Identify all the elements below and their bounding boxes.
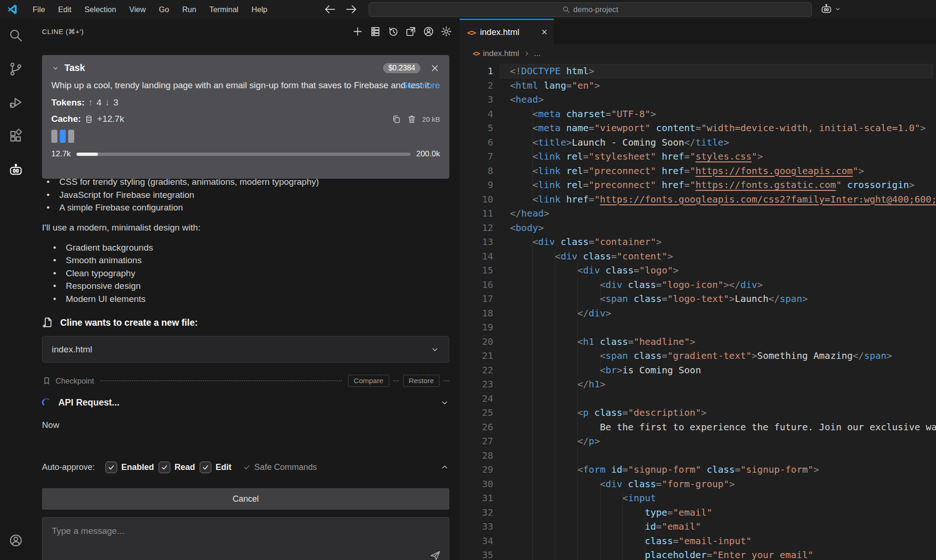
code-line-24[interactable]: 24 — [460, 392, 936, 406]
code-line-35[interactable]: 35 placeholder="Enter your email" — [460, 548, 936, 560]
code-line-3[interactable]: 3<head> — [460, 92, 936, 107]
code-line-22[interactable]: 22 <br>is Coming Soon — [460, 363, 936, 378]
activity-item-debug[interactable] — [0, 86, 32, 119]
menu-help[interactable]: Help — [245, 0, 274, 19]
code-line-17[interactable]: 17 <span class="logo-text">Launch</span> — [460, 292, 936, 306]
menu-edit[interactable]: Edit — [52, 0, 78, 19]
code-line-28[interactable]: 28 — [460, 448, 936, 463]
code-line-11[interactable]: 11</head> — [460, 206, 936, 221]
code-line-5[interactable]: 5 <meta name="viewport" content="width=d… — [460, 121, 936, 135]
code-line-31[interactable]: 31 <input — [460, 491, 936, 505]
copy-icon[interactable] — [391, 114, 401, 124]
activity-item-git-branch[interactable] — [0, 52, 32, 86]
task-close-icon[interactable] — [430, 63, 440, 73]
code-line-21[interactable]: 21 <span class="gradient-text">Something… — [460, 349, 936, 363]
cancel-button[interactable]: Cancel — [42, 488, 449, 510]
code-line-29[interactable]: 29 <form id="signup-form" class="signup-… — [460, 462, 936, 477]
code-line-8[interactable]: 8 <link rel="preconnect" href="https://f… — [460, 164, 936, 178]
activity-bar — [0, 19, 32, 560]
see-more-link[interactable]: See more — [402, 79, 440, 91]
checkbox-checked[interactable] — [159, 462, 170, 473]
auto-approve-option-read[interactable]: Read — [159, 462, 195, 473]
context-block-gray — [51, 130, 57, 143]
auto-approve-option-edit[interactable]: Edit — [200, 462, 231, 473]
context-progressbar — [77, 153, 411, 156]
history-icon[interactable] — [387, 26, 399, 37]
code-line-34[interactable]: 34 class="email-input" — [460, 534, 936, 548]
task-collapse-chevron-icon[interactable] — [51, 64, 60, 72]
chevron-down-icon[interactable] — [440, 398, 449, 407]
send-icon[interactable] — [429, 549, 441, 560]
nav-forward-icon[interactable] — [344, 3, 358, 16]
account-icon[interactable] — [423, 26, 434, 37]
copilot-icon[interactable] — [820, 3, 832, 15]
menu-run[interactable]: Run — [175, 0, 203, 19]
menu-go[interactable]: Go — [152, 0, 175, 19]
code-line-10[interactable]: 10 <link href="https://fonts.googleapis.… — [460, 192, 936, 207]
nav-back-icon[interactable] — [323, 3, 337, 16]
code-line-25[interactable]: 25 <p class="description"> — [460, 406, 936, 420]
code-line-33[interactable]: 33 id="email" — [460, 519, 936, 534]
code-line-16[interactable]: 16 <div class="logo-icon"></div> — [460, 278, 936, 292]
code-line-15[interactable]: 15 <div class="logo"> — [460, 263, 936, 278]
tab-bar: <> index.html × — [460, 19, 936, 44]
menu-view[interactable]: View — [123, 0, 152, 19]
restore-button[interactable]: Restore — [403, 375, 440, 387]
context-blocks — [51, 130, 440, 143]
activity-item-search[interactable] — [0, 19, 32, 52]
code-line-4[interactable]: 4 <meta charset="UTF-8"> — [460, 107, 936, 121]
code-line-12[interactable]: 12<body> — [460, 221, 936, 235]
menu-bar: FileEditSelectionViewGoRunTerminalHelp — [26, 0, 274, 19]
chevron-up-icon[interactable] — [440, 462, 449, 472]
menu-file[interactable]: File — [26, 0, 52, 19]
trash-icon[interactable] — [407, 114, 417, 124]
code-line-19[interactable]: 19 — [460, 320, 936, 335]
menu-selection[interactable]: Selection — [78, 0, 123, 19]
file-create-dropdown[interactable]: index.html — [42, 336, 449, 363]
list-item: •JavaScript for Firebase integration — [42, 189, 449, 202]
chevron-down-icon[interactable] — [834, 6, 841, 13]
cline-panel: CLINE (⌘+') Task $0.2384 Whip up a cool,… — [32, 19, 460, 560]
servers-icon[interactable] — [370, 26, 381, 37]
code-line-7[interactable]: 7 <link rel="stylesheet" href="styles.cs… — [460, 149, 936, 164]
plus-icon[interactable] — [352, 26, 363, 37]
list-item: •Smooth animations — [49, 254, 449, 267]
code-line-30[interactable]: 30 <div class="form-group"> — [460, 477, 936, 491]
checkbox-checked[interactable] — [200, 462, 211, 473]
tab-index-html[interactable]: <> index.html × — [460, 19, 554, 44]
command-center-search[interactable]: demo-project — [369, 2, 812, 17]
checkbox-checked[interactable] — [105, 462, 117, 473]
code-line-6[interactable]: 6 <title>Launch - Coming Soon</title> — [460, 135, 936, 150]
code-editor[interactable]: 1<!DOCTYPE html>2<html lang="en">3<head>… — [460, 63, 936, 560]
html-file-icon: <> — [467, 28, 475, 37]
code-line-20[interactable]: 20 <h1 class="headline"> — [460, 335, 936, 349]
api-request-row[interactable]: API Request... — [42, 397, 449, 408]
code-line-18[interactable]: 18 </div> — [460, 306, 936, 321]
code-line-9[interactable]: 9 <link rel="preconnect" href="https://f… — [460, 178, 936, 192]
editor-pane: <> index.html × <> index.html ... 1<!DOC… — [460, 19, 936, 560]
auto-approve-option-enabled[interactable]: Enabled — [105, 462, 154, 473]
message-bullet-list: •CSS for trendy styling (gradients, anim… — [42, 175, 449, 214]
chevron-down-icon — [430, 345, 440, 354]
file-create-row: Cline wants to create a new file: — [42, 316, 449, 329]
activity-item-robot[interactable] — [0, 153, 32, 187]
code-line-1[interactable]: 1<!DOCTYPE html> — [460, 64, 936, 78]
code-line-23[interactable]: 23 </h1> — [460, 377, 936, 392]
activity-item-extensions[interactable] — [0, 119, 32, 153]
popout-icon[interactable] — [405, 26, 417, 37]
tab-close-icon[interactable]: × — [541, 27, 547, 37]
gear-icon[interactable] — [440, 26, 452, 37]
menu-terminal[interactable]: Terminal — [203, 0, 245, 19]
code-line-26[interactable]: 26 Be the first to experience the future… — [460, 420, 936, 434]
code-line-27[interactable]: 27 </p> — [460, 434, 936, 448]
code-line-13[interactable]: 13 <div class="container"> — [460, 235, 936, 249]
breadcrumb-rest[interactable]: ... — [534, 49, 541, 58]
message-input[interactable] — [42, 518, 449, 560]
code-line-14[interactable]: 14 <div class="content"> — [460, 249, 936, 264]
activity-item-account[interactable] — [0, 524, 32, 557]
breadcrumb[interactable]: <> index.html ... — [460, 44, 936, 63]
code-line-2[interactable]: 2<html lang="en"> — [460, 78, 936, 93]
breadcrumb-file[interactable]: index.html — [483, 49, 519, 58]
code-line-32[interactable]: 32 type="email" — [460, 505, 936, 520]
compare-button[interactable]: Compare — [348, 375, 389, 387]
